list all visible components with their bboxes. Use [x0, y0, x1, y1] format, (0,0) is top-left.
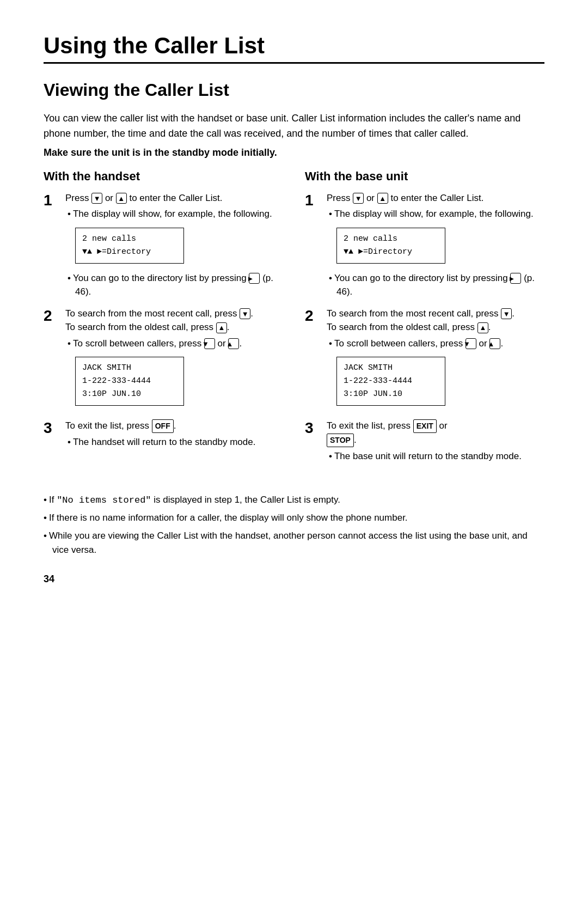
display-line-1: 2 new calls — [82, 233, 177, 246]
off-key: OFF — [152, 419, 174, 433]
step-2-text-3: . — [227, 322, 230, 332]
base-step-1-bullets: The display will show, for example, the … — [329, 207, 544, 299]
base-display-time: 3:10P JUN.10 — [344, 388, 438, 401]
base-step-3-content: To exit the list, press EXIT or STOP. Th… — [327, 419, 544, 466]
handset-step-3: 3 To exit the list, press OFF. The hands… — [44, 419, 283, 452]
step-1-bullets: The display will show, for example, the … — [68, 207, 283, 299]
step-3-content: To exit the list, press OFF. The handset… — [65, 419, 283, 452]
display-box-1: 2 new calls ▼▲ ►=Directory — [75, 228, 184, 264]
step-3-text-2: . — [174, 420, 176, 431]
display-jack-1: JACK SMITH — [82, 362, 177, 375]
base-step-2-bullet-1: To scroll between callers, press ▼ or ▲. — [329, 337, 544, 351]
handset-step-2: 2 To search from the most recent call, p… — [44, 307, 283, 414]
base-nav-down-2: ▼ — [501, 308, 512, 319]
title-divider — [44, 62, 544, 64]
base-step-3-bullets: The base unit will return to the standby… — [329, 449, 544, 463]
no-items-code: "No items stored" — [57, 495, 151, 505]
base-display-line-1: 2 new calls — [344, 233, 438, 246]
base-step-2-bullets: To scroll between callers, press ▼ or ▲.… — [329, 337, 544, 411]
base-step-3-bullet-1: The base unit will return to the standby… — [329, 449, 544, 463]
base-col-title: With the base unit — [305, 169, 544, 184]
step-2-content: To search from the most recent call, pre… — [65, 307, 283, 414]
step-3-bullet-1: The handset will return to the standby m… — [68, 435, 283, 449]
base-step-1-content: Press ▼ or ▲ to enter the Caller List. T… — [327, 191, 544, 301]
step-1-bullet-1: The display will show, for example, the … — [68, 207, 283, 221]
base-step-1-or: or — [364, 193, 377, 203]
exit-key: EXIT — [413, 419, 437, 433]
base-display-phone: 1-222-333-4444 — [344, 375, 438, 388]
footer-note-2: If there is no name information for a ca… — [44, 511, 544, 525]
base-display-box-2: JACK SMITH 1-222-333-4444 3:10P JUN.10 — [336, 357, 445, 406]
nav-up-btn-2: ▲ — [216, 322, 227, 333]
base-step-3-or: or — [437, 420, 448, 431]
base-step-3: 3 To exit the list, press EXIT or STOP. … — [305, 419, 544, 466]
handset-step-1: 1 Press ▼ or ▲ to enter the Caller List.… — [44, 191, 283, 301]
right-nav-btn: ► — [249, 273, 260, 284]
base-right-nav-btn: ► — [510, 273, 521, 284]
step-3-text-1: To exit the list, press — [65, 420, 152, 431]
step-2-text-1: To search from the most recent call, pre… — [65, 308, 240, 319]
base-nav-down-scroll: ▼ — [465, 338, 476, 349]
nav-up-btn-1: ▲ — [116, 193, 127, 204]
base-nav-up-2: ▲ — [477, 322, 488, 333]
display-line-2: ▼▲ ►=Directory — [82, 246, 177, 259]
two-column-layout: With the handset 1 Press ▼ or ▲ to enter… — [44, 169, 544, 471]
base-step-1-press: Press — [327, 193, 353, 203]
display-time-1: 3:10P JUN.10 — [82, 388, 177, 401]
step-number-2: 2 — [44, 307, 59, 325]
base-step-1-bullet-1: The display will show, for example, the … — [329, 207, 544, 221]
step-number-3: 3 — [44, 419, 59, 437]
base-display-box-1: 2 new calls ▼▲ ►=Directory — [336, 228, 445, 264]
base-step-1-bullet-2: You can go to the directory list by pres… — [329, 271, 544, 299]
section-title: Viewing the Caller List — [44, 80, 544, 100]
base-step-1: 1 Press ▼ or ▲ to enter the Caller List.… — [305, 191, 544, 301]
step-2-bullets: To scroll between callers, press ▼ or ▲.… — [68, 337, 283, 411]
step-1-text-enter: to enter the Caller List. — [127, 193, 223, 203]
base-step-2-text-1: To search from the most recent call, pre… — [327, 308, 501, 319]
base-display-jack: JACK SMITH — [344, 362, 438, 375]
page-title: Using the Caller List — [44, 33, 544, 59]
handset-col-title: With the handset — [44, 169, 283, 184]
handset-column: With the handset 1 Press ▼ or ▲ to enter… — [44, 169, 283, 471]
nav-down-btn-2: ▼ — [240, 308, 250, 319]
step-1-bullet-2: You can go to the directory list by pres… — [68, 271, 283, 299]
footer-note-1: If "No items stored" is displayed in ste… — [44, 493, 544, 508]
base-step-2-text-3: . — [488, 322, 491, 332]
display-phone-1: 1-222-333-4444 — [82, 375, 177, 388]
base-nav-down-1: ▼ — [353, 193, 364, 204]
step-2-bullet-1: To scroll between callers, press ▼ or ▲. — [68, 337, 283, 351]
step-1-text-press: Press — [65, 193, 91, 203]
base-step-3-text-1: To exit the list, press — [327, 420, 413, 431]
base-step-number-2: 2 — [305, 307, 320, 325]
intro-bold: Make sure the unit is in the standby mod… — [44, 147, 544, 158]
page-number: 34 — [44, 574, 544, 585]
step-number-1: 1 — [44, 191, 59, 210]
base-step-1-enter: to enter the Caller List. — [388, 193, 484, 203]
step-1-content: Press ▼ or ▲ to enter the Caller List. T… — [65, 191, 283, 301]
step-1-or: or — [102, 193, 116, 203]
base-step-2: 2 To search from the most recent call, p… — [305, 307, 544, 414]
nav-down-btn-1: ▼ — [91, 193, 102, 204]
base-display-line-2: ▼▲ ►=Directory — [344, 246, 438, 259]
intro-paragraph: You can view the caller list with the ha… — [44, 111, 544, 142]
base-step-3-period: . — [354, 435, 357, 445]
base-nav-up-1: ▲ — [377, 193, 388, 204]
footer-notes: If "No items stored" is displayed in ste… — [44, 493, 544, 557]
base-step-2-content: To search from the most recent call, pre… — [327, 307, 544, 414]
base-column: With the base unit 1 Press ▼ or ▲ to ent… — [305, 169, 544, 471]
footer-note-3: While you are viewing the Caller List wi… — [44, 529, 544, 558]
step-3-bullets: The handset will return to the standby m… — [68, 435, 283, 449]
base-step-number-1: 1 — [305, 191, 320, 210]
nav-up-scroll: ▲ — [228, 338, 239, 349]
stop-key: STOP — [327, 434, 354, 447]
display-box-2: JACK SMITH 1-222-333-4444 3:10P JUN.10 — [75, 357, 184, 406]
base-nav-up-scroll: ▲ — [489, 338, 500, 349]
nav-down-scroll: ▼ — [204, 338, 215, 349]
base-step-number-3: 3 — [305, 419, 320, 437]
